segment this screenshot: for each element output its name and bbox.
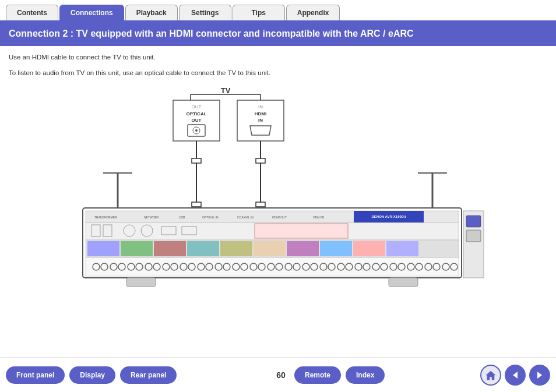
svg-rect-103 bbox=[389, 278, 418, 287]
rear-panel-button[interactable]: Rear panel bbox=[120, 366, 177, 384]
remote-button[interactable]: Remote bbox=[294, 366, 341, 384]
svg-text:NETWORK: NETWORK bbox=[144, 216, 159, 219]
svg-rect-53 bbox=[220, 241, 252, 256]
svg-text:COAXIAL IN: COAXIAL IN bbox=[237, 216, 254, 219]
svg-marker-109 bbox=[537, 372, 542, 379]
main-content: Use an HDMI cable to connect the TV to t… bbox=[0, 46, 556, 342]
svg-rect-21 bbox=[256, 158, 265, 163]
back-arrow-icon bbox=[511, 370, 520, 380]
tab-settings[interactable]: Settings bbox=[179, 5, 231, 20]
svg-rect-55 bbox=[287, 241, 319, 256]
page-number: 60 bbox=[272, 370, 290, 380]
forward-arrow-icon bbox=[535, 370, 544, 380]
svg-rect-106 bbox=[466, 230, 481, 242]
bottom-nav-left: Front panel Display Rear panel bbox=[6, 366, 177, 384]
svg-text:HDMI IN: HDMI IN bbox=[313, 216, 325, 219]
tab-connections[interactable]: Connections bbox=[59, 5, 124, 20]
tab-tips[interactable]: Tips bbox=[233, 5, 285, 20]
front-panel-button[interactable]: Front panel bbox=[6, 366, 65, 384]
svg-text:DENON AVR-X1800H: DENON AVR-X1800H bbox=[371, 215, 406, 218]
svg-rect-49 bbox=[87, 241, 119, 256]
index-button[interactable]: Index bbox=[346, 366, 385, 384]
svg-rect-58 bbox=[386, 241, 418, 256]
svg-text:OPTICAL: OPTICAL bbox=[186, 111, 206, 116]
svg-marker-108 bbox=[513, 372, 518, 379]
svg-rect-51 bbox=[154, 241, 186, 256]
svg-text:OUT: OUT bbox=[192, 118, 202, 123]
svg-rect-50 bbox=[121, 241, 153, 256]
diagram-area: TV OUT OPTICAL OUT IN HDMI IN bbox=[9, 83, 547, 292]
description-line1: Use an HDMI cable to connect the TV to t… bbox=[9, 52, 547, 62]
svg-rect-23 bbox=[256, 202, 265, 207]
svg-marker-107 bbox=[486, 371, 495, 380]
svg-text:OPTICAL IN: OPTICAL IN bbox=[202, 216, 219, 219]
home-icon bbox=[485, 369, 497, 381]
svg-text:IN: IN bbox=[258, 104, 263, 110]
tab-playback[interactable]: Playback bbox=[125, 5, 178, 20]
nav-tabs: Contents Connections Playback Settings T… bbox=[0, 0, 556, 22]
svg-rect-52 bbox=[187, 241, 219, 256]
tv-label: TV bbox=[221, 86, 231, 95]
svg-rect-56 bbox=[320, 241, 352, 256]
svg-rect-57 bbox=[353, 241, 385, 256]
svg-rect-102 bbox=[126, 278, 156, 287]
description-line2: To listen to audio from TV on this unit,… bbox=[9, 68, 547, 78]
svg-text:OUT: OUT bbox=[192, 104, 202, 110]
bottom-nav-right bbox=[480, 365, 550, 386]
home-button[interactable] bbox=[480, 365, 501, 386]
bottom-nav-center: 60 Remote Index bbox=[272, 366, 385, 384]
svg-rect-19 bbox=[192, 202, 201, 207]
svg-text:HDMI OUT: HDMI OUT bbox=[272, 216, 287, 219]
svg-text:HDMI: HDMI bbox=[255, 111, 266, 116]
display-button[interactable]: Display bbox=[69, 366, 115, 384]
bottom-nav: Front panel Display Rear panel 60 Remote… bbox=[0, 357, 556, 392]
connection-diagram: TV OUT OPTICAL OUT IN HDMI IN bbox=[27, 83, 529, 292]
svg-rect-45 bbox=[255, 224, 348, 238]
forward-button[interactable] bbox=[529, 365, 550, 386]
svg-rect-59 bbox=[86, 257, 459, 276]
svg-text:USB: USB bbox=[179, 216, 185, 219]
svg-rect-17 bbox=[192, 158, 201, 163]
svg-rect-105 bbox=[466, 216, 481, 227]
back-button[interactable] bbox=[505, 365, 526, 386]
page-title: Connection 2 : TV equipped with an HDMI … bbox=[0, 22, 556, 46]
tab-appendix[interactable]: Appendix bbox=[286, 5, 340, 20]
svg-point-10 bbox=[195, 129, 198, 132]
svg-text:TRANSFORMER: TRANSFORMER bbox=[94, 216, 117, 219]
tab-contents[interactable]: Contents bbox=[6, 5, 58, 20]
svg-text:IN: IN bbox=[258, 118, 263, 123]
svg-rect-54 bbox=[254, 241, 286, 256]
